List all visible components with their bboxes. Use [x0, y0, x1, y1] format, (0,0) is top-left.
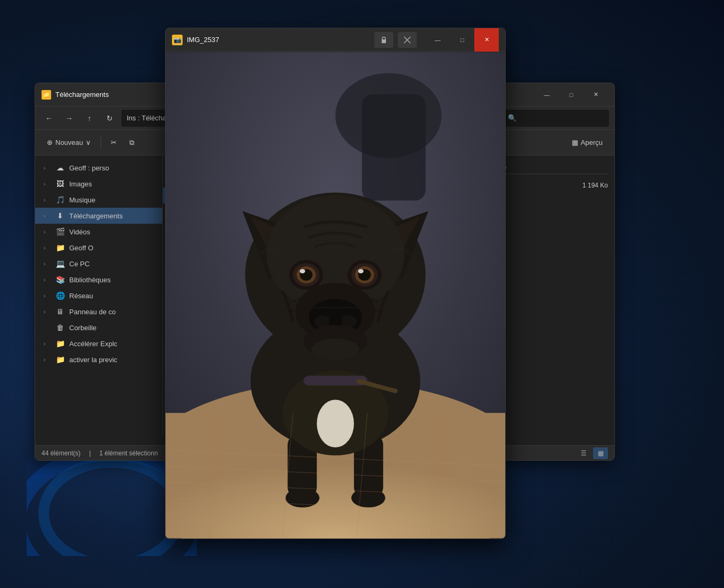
photo-viewer-toolbar	[374, 32, 417, 48]
folder-icon: 📁	[55, 339, 65, 348]
maximize-button[interactable]: □	[559, 86, 583, 103]
search-icon: 🔍	[508, 114, 516, 122]
sidebar-item-bibliotheques[interactable]: › 📚 Bibliothèques	[35, 272, 162, 288]
svg-point-2	[44, 462, 180, 556]
back-button[interactable]: ←	[40, 110, 57, 127]
copy-icon: ⧉	[129, 138, 134, 147]
sidebar: › ☁ Geoff : perso › 🖼 Images › 🎵 Musique…	[35, 156, 163, 437]
right-panel: taille 1 194 Ko	[487, 156, 614, 437]
cut-icon: ✂	[111, 138, 117, 146]
folder-icon: 📁	[55, 355, 65, 364]
new-button[interactable]: ⊕ Nouveau ∨	[42, 134, 96, 152]
download-icon: ⬇	[55, 211, 65, 220]
network-icon: 🌐	[55, 291, 65, 300]
file-size-value: 1 194 Ko	[493, 179, 608, 191]
video-icon: 🎬	[55, 227, 65, 236]
forward-button[interactable]: →	[61, 110, 78, 127]
search-box[interactable]: 🔍	[503, 110, 609, 127]
photo-viewer-icon: 📷	[172, 35, 183, 45]
svg-point-37	[358, 269, 364, 273]
control-panel-icon: 🖥	[55, 307, 65, 316]
chevron-right-icon: ›	[44, 213, 51, 219]
share-button[interactable]	[398, 32, 417, 48]
svg-rect-3	[382, 39, 386, 43]
svg-point-14	[285, 488, 319, 508]
photo-viewer-title: IMG_2537	[187, 36, 370, 44]
sidebar-label: Geoff : perso	[69, 164, 109, 172]
list-view-button[interactable]: ☰	[576, 447, 591, 459]
sidebar-label: Musique	[69, 196, 95, 204]
share-icon	[403, 36, 412, 44]
chevron-right-icon: ›	[44, 245, 51, 251]
sidebar-label: Vidéos	[69, 228, 90, 236]
svg-rect-42	[329, 315, 342, 326]
copy-button[interactable]: ⧉	[124, 134, 139, 152]
item-count: 44 élément(s)	[42, 450, 80, 457]
photo-viewer-titlebar: 📷 IMG_2537 — □ ✕	[166, 28, 505, 52]
sidebar-label: Images	[69, 180, 92, 188]
file-explorer-icon: 📁	[42, 90, 51, 100]
chevron-right-icon: ›	[44, 293, 51, 299]
svg-point-15	[351, 488, 385, 508]
sidebar-item-accelerer[interactable]: › 📁 Accélérer Explc	[35, 336, 162, 352]
up-button[interactable]: ↑	[81, 110, 98, 127]
sidebar-label: activer la previc	[69, 356, 117, 364]
preview-label: Aperçu	[581, 138, 603, 146]
sidebar-item-reseau[interactable]: › 🌐 Réseau	[35, 288, 162, 304]
sidebar-item-telechargements[interactable]: › ⬇ Téléchargements	[35, 208, 162, 224]
chevron-right-icon: ›	[44, 261, 51, 267]
sidebar-item-activer[interactable]: › 📁 activer la previc	[35, 352, 162, 368]
close-button[interactable]: ✕	[583, 86, 608, 103]
minimize-button[interactable]: —	[425, 28, 450, 52]
chevron-right-icon: ›	[44, 341, 51, 347]
sidebar-item-images[interactable]: › 🖼 Images	[35, 176, 162, 192]
sidebar-item-geoff-o[interactable]: › 📁 Geoff O	[35, 240, 162, 256]
chevron-right-icon: ›	[44, 277, 51, 283]
refresh-button[interactable]: ↻	[101, 110, 118, 127]
preview-button[interactable]: ▦ Aperçu	[566, 134, 608, 152]
folder-icon: 📁	[55, 243, 65, 252]
sidebar-item-musique[interactable]: › 🎵 Musique	[35, 192, 162, 208]
sidebar-label: Bibliothèques	[69, 276, 111, 284]
toolbar-separator	[101, 136, 101, 149]
svg-rect-10	[362, 94, 426, 200]
photo-viewer-window: 📷 IMG_2537 — □ ✕	[165, 28, 506, 539]
svg-point-32	[300, 269, 305, 273]
sidebar-label: Geoff O	[69, 244, 93, 252]
sidebar-item-ce-pc[interactable]: › 💻 Ce PC	[35, 256, 162, 272]
chevron-right-icon: ›	[44, 197, 51, 203]
new-label: Nouveau	[55, 138, 83, 146]
photo-display-area	[166, 52, 505, 538]
cloud-icon: ☁	[55, 163, 65, 173]
view-buttons: ☰ ▦	[576, 447, 608, 459]
chevron-right-icon: ›	[44, 357, 51, 363]
maximize-button[interactable]: □	[450, 28, 474, 52]
detail-view-button[interactable]: ▦	[593, 447, 608, 459]
lock-button[interactable]	[374, 32, 393, 48]
lock-icon	[380, 36, 388, 44]
sidebar-item-geoff-perso[interactable]: › ☁ Geoff : perso	[35, 160, 162, 176]
sidebar-label: Téléchargements	[69, 212, 122, 220]
minimize-button[interactable]: —	[534, 86, 559, 103]
sidebar-item-videos[interactable]: › 🎬 Vidéos	[35, 224, 162, 240]
chevron-right-icon: ›	[44, 165, 51, 171]
sidebar-item-panneau[interactable]: › 🖥 Panneau de co	[35, 304, 162, 320]
chevron-right-icon: ›	[44, 229, 51, 235]
photo-viewer-window-controls: — □ ✕	[425, 28, 499, 52]
sidebar-label: Panneau de co	[69, 308, 116, 316]
sidebar-label: Accélérer Explc	[69, 340, 117, 348]
sidebar-item-corbeille[interactable]: › 🗑 Corbeille	[35, 320, 162, 336]
cut-button[interactable]: ✂	[105, 134, 122, 152]
selected-count: 1 élément sélectionn	[100, 450, 158, 457]
chevron-right-icon: ›	[44, 181, 51, 187]
preview-icon: ▦	[572, 138, 578, 146]
computer-icon: 💻	[55, 259, 65, 268]
close-button[interactable]: ✕	[474, 28, 499, 52]
sidebar-label: Corbeille	[69, 324, 96, 332]
recycle-bin-icon: 🗑	[55, 323, 65, 332]
music-icon: 🎵	[55, 195, 65, 205]
chevron-right-icon: ›	[44, 309, 51, 315]
dog-photo	[166, 52, 505, 538]
svg-point-44	[311, 339, 359, 360]
sidebar-label: Réseau	[69, 292, 93, 300]
